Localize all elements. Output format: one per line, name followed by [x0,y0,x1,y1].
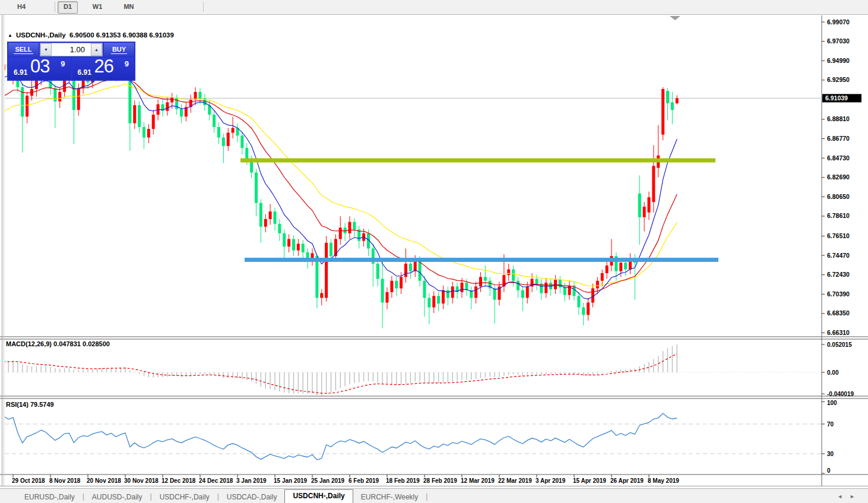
svg-text:100: 100 [827,400,837,406]
svg-text:-0.040019: -0.040019 [827,391,854,397]
rsi-indicator-label: RSI(14) 79.5749 [6,401,54,408]
svg-text:30 Nov 2018: 30 Nov 2018 [124,477,159,484]
svg-text:6.82690: 6.82690 [827,173,850,181]
svg-text:15 Apr 2019: 15 Apr 2019 [573,477,606,484]
tab-usdcad-daily[interactable]: USDCAD-,Daily [219,491,285,503]
svg-text:12 Dec 2018: 12 Dec 2018 [161,477,196,484]
svg-text:6.70390: 6.70390 [827,290,850,298]
sell-price-box[interactable]: 6.91 03 9 [8,58,71,80]
svg-text:3 Jan 2019: 3 Jan 2019 [236,477,267,484]
chart-tab-bar: EURUSD-,Daily | AUDUSD-,Daily | USDCHF-,… [0,488,868,503]
svg-text:18 Feb 2019: 18 Feb 2019 [386,477,420,484]
trading-terminal: { "toolbar": { "buttons": ["H4", "D1", "… [0,0,868,503]
collapse-panel-icon[interactable]: ▲ [8,33,12,38]
svg-text:30: 30 [827,451,834,457]
svg-text:6.72430: 6.72430 [827,271,850,278]
svg-text:6.94990: 6.94990 [827,57,850,64]
toolbar-separator [203,2,204,12]
timeframe-toolbar: H4 D1 W1 MN [0,0,868,15]
svg-text:26 Apr 2019: 26 Apr 2019 [610,477,644,484]
svg-text:70: 70 [827,421,834,428]
svg-text:6.76510: 6.76510 [827,232,850,239]
svg-text:6 Feb 2019: 6 Feb 2019 [349,477,379,484]
svg-text:25 Jan 2019: 25 Jan 2019 [311,477,345,484]
timeframe-button-h4[interactable]: H4 [12,1,31,12]
buy-price-box[interactable]: 6.91 26 9 [72,58,135,80]
svg-text:6.80650: 6.80650 [827,193,850,200]
toolbar-separator [55,2,55,12]
tab-separator: | [426,492,427,503]
sell-button[interactable]: SELL [8,43,39,56]
svg-text:6.91039: 6.91039 [825,94,848,102]
svg-text:22 Mar 2019: 22 Mar 2019 [498,477,532,484]
sell-price-prefix: 6.91 [14,68,27,77]
macd-indicator-label: MACD(12,26,9) 0.047831 0.028500 [6,340,110,347]
volume-increase-icon[interactable]: ▲ [91,43,102,56]
chart-title-symbol: USDCNH-,Daily [16,31,66,39]
chart-window: 6.990706.970306.949906.929506.888106.867… [0,14,868,488]
svg-text:15 Jan 2019: 15 Jan 2019 [274,477,308,484]
svg-text:0.00: 0.00 [827,369,839,376]
svg-text:6.74470: 6.74470 [827,252,850,259]
tab-scroll-arrows[interactable]: ◄► [837,493,862,499]
svg-text:6.86770: 6.86770 [827,135,850,142]
chart-title: ▲USDCNH-,Daily 6.90500 6.91353 6.90388 6… [8,31,174,39]
svg-text:8 Nov 2018: 8 Nov 2018 [49,477,81,484]
svg-text:8 May 2019: 8 May 2019 [648,477,679,484]
timeframe-button-w1[interactable]: W1 [88,1,107,12]
svg-text:0: 0 [827,467,831,474]
volume-decrease-icon[interactable]: ▼ [40,43,52,56]
svg-text:6.66310: 6.66310 [827,329,850,336]
timeframe-button-mn[interactable]: MN [119,1,138,12]
tab-scroll-right-icon[interactable]: ► [850,493,862,499]
svg-text:20 Nov 2018: 20 Nov 2018 [87,477,121,484]
tab-eurchf-weekly[interactable]: EURCHF-,Weekly [353,491,426,503]
buy-price-pip: 9 [125,59,129,68]
tab-audusd-daily[interactable]: AUDUSD-,Daily [84,491,150,503]
svg-text:6.68350: 6.68350 [827,309,850,317]
svg-text:6.97030: 6.97030 [827,37,850,45]
tab-eurusd-daily[interactable]: EURUSD-,Daily [17,491,83,503]
svg-text:24 Dec 2018: 24 Dec 2018 [199,477,233,484]
svg-text:6.99070: 6.99070 [827,18,850,26]
timeframe-button-d1[interactable]: D1 [58,1,78,14]
svg-text:3 Apr 2019: 3 Apr 2019 [536,477,566,484]
tab-usdcnh-daily[interactable]: USDCNH-,Daily [284,489,353,503]
buy-button[interactable]: BUY [104,43,134,56]
sell-price-big: 03 [30,56,49,77]
tab-usdchf-daily[interactable]: USDCHF-,Daily [152,491,217,503]
one-click-trading-panel: SELL ▼ 1.00 ▲ BUY 6.91 03 9 6.91 26 9 [7,42,135,81]
chart-title-ohlc: 6.90500 6.91353 6.90388 6.91039 [69,31,174,39]
svg-text:6.84730: 6.84730 [827,154,850,162]
sell-price-pip: 9 [61,59,65,68]
svg-text:0.052015: 0.052015 [827,341,852,348]
svg-text:6.92950: 6.92950 [827,76,850,83]
volume-field[interactable]: 1.00 [52,43,91,56]
buy-price-big: 26 [94,56,113,77]
svg-text:29 Oct 2018: 29 Oct 2018 [12,477,45,484]
svg-text:6.78610: 6.78610 [827,212,850,219]
buy-price-prefix: 6.91 [78,68,91,77]
svg-text:28 Feb 2019: 28 Feb 2019 [423,477,457,484]
svg-text:6.88810: 6.88810 [827,115,850,122]
buy-button-label: BUY [111,46,127,54]
tab-scroll-left-icon[interactable]: ◄ [837,493,850,499]
svg-text:12 Mar 2019: 12 Mar 2019 [461,477,495,484]
sell-button-label: SELL [14,46,33,54]
volume-stepper: ▼ 1.00 ▲ [40,43,103,56]
